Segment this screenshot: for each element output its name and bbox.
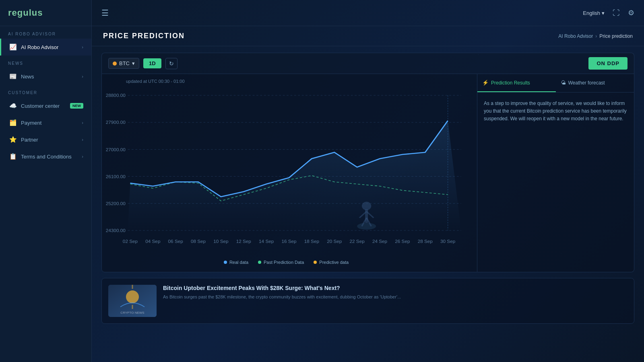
sidebar-item-ai-robo-advisor[interactable]: 📈 AI Robo Advisor › bbox=[0, 39, 91, 56]
svg-text:20 Sep: 20 Sep bbox=[327, 239, 342, 244]
hamburger-icon[interactable]: ☰ bbox=[101, 8, 109, 18]
svg-point-30 bbox=[362, 202, 371, 210]
legend-predictive-data: Predictive data bbox=[314, 260, 349, 265]
timeframe-button[interactable]: 1D bbox=[143, 58, 161, 68]
sidebar-item-label: Customer center bbox=[21, 103, 66, 109]
svg-text:06 Sep: 06 Sep bbox=[168, 239, 183, 244]
news-thumbnail-svg: CRYPTO NEWS bbox=[108, 285, 157, 317]
btc-dot bbox=[113, 62, 117, 66]
svg-text:14 Sep: 14 Sep bbox=[259, 239, 274, 244]
chart-container: updated at UTC 00:30 - 01:00 28800.00 27… bbox=[101, 74, 477, 272]
language-label: English bbox=[583, 10, 600, 16]
chart-icon: 📈 bbox=[9, 43, 17, 51]
legend-dot-predictive bbox=[314, 261, 317, 264]
legend-dot-real bbox=[224, 261, 227, 264]
svg-text:24300.00: 24300.00 bbox=[106, 228, 126, 233]
fullscreen-icon[interactable]: ⛶ bbox=[613, 9, 620, 17]
settings-icon[interactable]: ⚙ bbox=[628, 8, 634, 17]
language-selector[interactable]: English ▾ bbox=[583, 10, 605, 16]
sidebar-item-label: Terms and Conditions bbox=[21, 154, 78, 160]
coin-label: BTC bbox=[119, 60, 130, 66]
svg-text:25200.00: 25200.00 bbox=[106, 202, 126, 206]
sidebar-item-news[interactable]: 📰 News › bbox=[0, 68, 91, 85]
svg-text:16 Sep: 16 Sep bbox=[281, 239, 296, 244]
sidebar-section-news: NEWS bbox=[0, 56, 91, 68]
news-title: Bitcoin Uptober Excitement Peaks With $2… bbox=[163, 285, 401, 291]
sidebar-item-label: News bbox=[21, 74, 78, 80]
svg-text:27900.00: 27900.00 bbox=[106, 120, 126, 125]
panel-tabs: ⚡ Prediction Results 🌤 Weather forecast bbox=[477, 74, 634, 93]
prediction-notice-text: As a step to improve the quality of serv… bbox=[484, 100, 627, 123]
svg-text:22 Sep: 22 Sep bbox=[350, 239, 365, 244]
breadcrumb-root[interactable]: AI Robo Advisor bbox=[558, 33, 593, 39]
topbar-right: English ▾ ⛶ ⚙ bbox=[583, 8, 634, 17]
svg-text:26 Sep: 26 Sep bbox=[395, 239, 410, 244]
weather-icon: 🌤 bbox=[561, 80, 566, 86]
svg-text:04 Sep: 04 Sep bbox=[145, 239, 160, 244]
svg-text:27000.00: 27000.00 bbox=[106, 147, 126, 152]
sidebar-item-payment[interactable]: 🗂️ Payment › bbox=[0, 114, 91, 131]
svg-text:24 Sep: 24 Sep bbox=[372, 239, 387, 244]
partner-icon: ⭐ bbox=[9, 136, 17, 143]
prediction-icon: ⚡ bbox=[482, 80, 489, 86]
dropdown-icon: ▾ bbox=[132, 60, 135, 66]
sidebar-section-customer: CUSTOMER bbox=[0, 85, 91, 97]
sidebar-item-label: Partner bbox=[21, 137, 78, 143]
page-header: PRICE PREDICTION AI Robo Advisor › Price… bbox=[92, 26, 644, 46]
sidebar: regulus AI ROBO ADVISOR 📈 AI Robo Adviso… bbox=[0, 0, 92, 362]
breadcrumb-separator: › bbox=[595, 33, 597, 39]
sidebar-item-terms[interactable]: 📋 Terms and Conditions › bbox=[0, 148, 91, 165]
tab-weather-forecast[interactable]: 🌤 Weather forecast bbox=[556, 74, 634, 92]
svg-text:CRYPTO NEWS: CRYPTO NEWS bbox=[120, 311, 144, 315]
content-area: BTC ▾ 1D ↻ ON DDP updated at UTC 00:30 -… bbox=[92, 46, 644, 362]
chevron-right-icon: › bbox=[82, 137, 83, 142]
payment-icon: 🗂️ bbox=[9, 119, 17, 126]
tab-prediction-label: Prediction Results bbox=[491, 80, 530, 86]
news-body: Bitcoin Uptober Excitement Peaks With $2… bbox=[163, 285, 401, 317]
sidebar-item-customer-center[interactable]: ☁️ Customer center New bbox=[0, 97, 91, 114]
sidebar-item-label: AI Robo Advisor bbox=[21, 44, 78, 50]
chart-svg-wrapper: 28800.00 27900.00 27000.00 26100.00 2520… bbox=[102, 87, 471, 256]
svg-marker-27 bbox=[128, 121, 461, 230]
svg-text:02 Sep: 02 Sep bbox=[123, 239, 138, 244]
customer-icon: ☁️ bbox=[9, 102, 17, 109]
legend-label-past: Past Prediction Data bbox=[264, 260, 304, 265]
on-ddp-button[interactable]: ON DDP bbox=[588, 57, 627, 70]
page-title: PRICE PREDICTION bbox=[103, 32, 185, 40]
news-thumbnail: CRYPTO NEWS bbox=[108, 285, 157, 317]
news-icon: 📰 bbox=[9, 73, 17, 80]
breadcrumb-current: Price prediction bbox=[599, 33, 633, 39]
terms-icon: 📋 bbox=[9, 153, 17, 160]
news-section[interactable]: CRYPTO NEWS Bitcoin Uptober Excitement P… bbox=[101, 278, 634, 324]
sidebar-item-partner[interactable]: ⭐ Partner › bbox=[0, 131, 91, 148]
panel-prediction-content: As a step to improve the quality of serv… bbox=[477, 93, 634, 130]
tab-prediction-results[interactable]: ⚡ Prediction Results bbox=[477, 74, 556, 92]
svg-text:12 Sep: 12 Sep bbox=[236, 239, 251, 244]
legend-label-predictive: Predictive data bbox=[319, 260, 349, 265]
chart-legend: Real data Past Prediction Data Predictiv… bbox=[102, 256, 471, 267]
breadcrumb: AI Robo Advisor › Price prediction bbox=[558, 33, 633, 39]
svg-text:18 Sep: 18 Sep bbox=[304, 239, 319, 244]
chart-main-row: updated at UTC 00:30 - 01:00 28800.00 27… bbox=[101, 74, 634, 272]
chevron-right-icon: › bbox=[82, 120, 83, 125]
coin-selector[interactable]: BTC ▾ bbox=[108, 58, 139, 69]
price-chart: 28800.00 27900.00 27000.00 26100.00 2520… bbox=[102, 87, 471, 256]
topbar: ☰ English ▾ ⛶ ⚙ bbox=[92, 0, 644, 26]
logo-text: regulus bbox=[8, 8, 43, 18]
legend-label-real: Real data bbox=[229, 260, 248, 265]
svg-point-37 bbox=[126, 290, 139, 303]
chevron-down-icon: ▾ bbox=[602, 10, 605, 16]
chevron-right-icon: › bbox=[82, 74, 83, 79]
chart-updated-label: updated at UTC 00:30 - 01:00 bbox=[102, 79, 471, 87]
right-panel: ⚡ Prediction Results 🌤 Weather forecast … bbox=[477, 74, 634, 272]
legend-real-data: Real data bbox=[224, 260, 248, 265]
refresh-button[interactable]: ↻ bbox=[165, 58, 178, 69]
legend-dot-past bbox=[258, 261, 261, 264]
svg-text:28800.00: 28800.00 bbox=[106, 93, 126, 98]
main-content: ☰ English ▾ ⛶ ⚙ PRICE PREDICTION AI Robo… bbox=[92, 0, 644, 362]
svg-text:08 Sep: 08 Sep bbox=[191, 239, 206, 244]
sidebar-item-label: Payment bbox=[21, 120, 78, 126]
sidebar-section-ai: AI ROBO ADVISOR bbox=[0, 26, 91, 39]
chevron-right-icon: › bbox=[82, 45, 83, 49]
svg-text:30 Sep: 30 Sep bbox=[440, 239, 455, 244]
